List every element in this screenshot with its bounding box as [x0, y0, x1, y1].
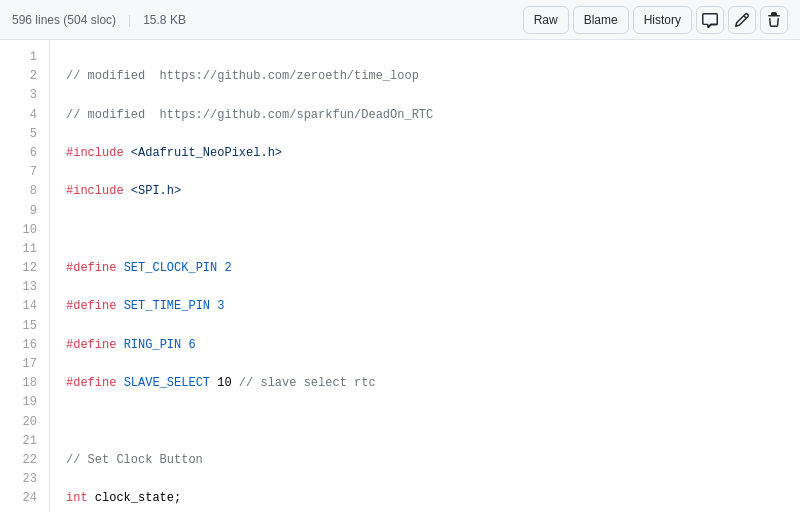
code-line-7: #define SET_TIME_PIN 3 [66, 297, 784, 316]
ln-1: 1 [16, 48, 37, 67]
line-numbers: 1 2 3 4 5 6 7 8 9 10 11 12 13 14 15 16 1… [0, 40, 50, 512]
ln-12: 12 [16, 259, 37, 278]
code-line-8: #define RING_PIN 6 [66, 336, 784, 355]
code-line-2: // modified https://github.com/sparkfun/… [66, 106, 784, 125]
display-icon [702, 12, 718, 28]
ln-13: 13 [16, 278, 37, 297]
code-line-1: // modified https://github.com/zeroeth/t… [66, 67, 784, 86]
raw-button[interactable]: Raw [523, 6, 569, 34]
ln-22: 22 [16, 451, 37, 470]
ln-14: 14 [16, 297, 37, 316]
ln-7: 7 [16, 163, 37, 182]
ln-10: 10 [16, 221, 37, 240]
lines-count: 596 lines (504 sloc) [12, 13, 116, 27]
ln-17: 17 [16, 355, 37, 374]
display-icon-button[interactable] [696, 6, 724, 34]
code-line-10 [66, 413, 784, 432]
ln-9: 9 [16, 202, 37, 221]
file-info: 596 lines (504 sloc) | 15.8 KB [12, 13, 186, 27]
ln-2: 2 [16, 67, 37, 86]
ln-4: 4 [16, 106, 37, 125]
ln-25: 25 [16, 509, 37, 513]
ln-15: 15 [16, 317, 37, 336]
file-size: 15.8 KB [143, 13, 186, 27]
ln-11: 11 [16, 240, 37, 259]
code-content: // modified https://github.com/zeroeth/t… [50, 40, 800, 512]
ln-20: 20 [16, 413, 37, 432]
edit-icon-button[interactable] [728, 6, 756, 34]
ln-19: 19 [16, 393, 37, 412]
ln-16: 16 [16, 336, 37, 355]
code-container: 1 2 3 4 5 6 7 8 9 10 11 12 13 14 15 16 1… [0, 40, 800, 512]
ln-23: 23 [16, 470, 37, 489]
code-line-6: #define SET_CLOCK_PIN 2 [66, 259, 784, 278]
code-line-12: int clock_state; [66, 489, 784, 508]
page-container: 596 lines (504 sloc) | 15.8 KB Raw Blame… [0, 0, 800, 512]
trash-icon [766, 12, 782, 28]
blame-button[interactable]: Blame [573, 6, 629, 34]
edit-icon [734, 12, 750, 28]
history-button[interactable]: History [633, 6, 692, 34]
top-bar: 596 lines (504 sloc) | 15.8 KB Raw Blame… [0, 0, 800, 40]
ln-5: 5 [16, 125, 37, 144]
ln-6: 6 [16, 144, 37, 163]
ln-24: 24 [16, 489, 37, 508]
code-line-4: #include <SPI.h> [66, 182, 784, 201]
code-line-11: // Set Clock Button [66, 451, 784, 470]
ln-3: 3 [16, 86, 37, 105]
toolbar: Raw Blame History [523, 6, 788, 34]
code-line-3: #include <Adafruit_NeoPixel.h> [66, 144, 784, 163]
code-line-9: #define SLAVE_SELECT 10 // slave select … [66, 374, 784, 393]
ln-18: 18 [16, 374, 37, 393]
ln-8: 8 [16, 182, 37, 201]
delete-icon-button[interactable] [760, 6, 788, 34]
code-line-5 [66, 221, 784, 240]
ln-21: 21 [16, 432, 37, 451]
